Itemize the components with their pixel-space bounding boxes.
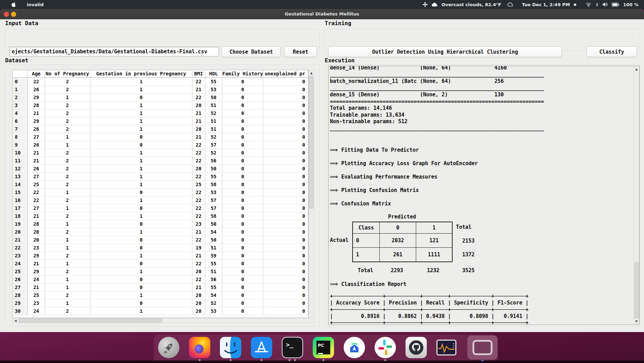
app-window: Gestational Diabetes Mellitus Input Data… [0,9,644,332]
scroll-up-arrow-icon[interactable]: ▲ [634,67,639,72]
table-row[interactable]: 182121225800 [13,212,308,220]
table-row[interactable]: 62921215100 [13,117,308,125]
apple-menu-icon[interactable] [11,1,16,8]
table-row[interactable]: 42121215200 [13,109,308,117]
log-plotting-confusion: ⟹ Plotting Confusion Matrix [330,187,419,193]
table-row[interactable]: 32821205100 [13,101,308,109]
predicted-label: Predicted [352,214,452,220]
scroll-up-arrow-icon[interactable]: ▲ [309,71,314,75]
firefox-globe [195,344,203,353]
table-row[interactable]: 172710225700 [13,204,308,212]
slack-tray-icon[interactable] [422,2,428,7]
running-indicator-dot [385,359,386,361]
scrollbar-thumb[interactable] [634,262,639,318]
log-evaluating-measures: ⟹ Evaluating Performance Measures [330,173,437,180]
table-row[interactable]: 212010225000 [13,236,308,244]
column-header[interactable]: Age [28,70,45,77]
totals-row-label: Total [352,267,379,274]
table-row[interactable]: 72621205100 [13,125,308,133]
table-row[interactable]: 232921215900 [13,252,308,259]
weather-cloud-icon [432,2,438,7]
table-row[interactable]: 12621215300 [13,85,308,93]
column-header[interactable]: Family History [222,70,263,77]
table-row[interactable]: 272110215500 [13,283,308,291]
dock-icon-slack[interactable] [375,337,396,358]
dock-icon-launchpad[interactable] [158,337,179,358]
scroll-left-arrow-icon[interactable]: ◀ [13,318,18,323]
rocket-icon [163,341,175,354]
outlier-detection-button[interactable]: Outlier Detection Using Hierarchical Clu… [328,46,562,57]
battery-icon[interactable] [612,2,619,7]
table-row[interactable]: 162221225700 [13,196,308,204]
title-bar[interactable]: Gestational Diabetes Mellitus [0,9,644,19]
table-row[interactable]: 122621205000 [13,164,308,172]
dock-icon-app-store[interactable] [251,337,272,358]
column-header[interactable]: BMI [192,70,205,77]
column-header[interactable]: unexplained pr [263,70,308,77]
table-row[interactable]: 102121225200 [13,149,308,157]
execution-section-label: Execution [325,57,355,64]
scrollbar-thumb[interactable] [19,319,162,322]
execution-vertical-scrollbar[interactable]: ▲ ▼ [634,66,639,324]
running-indicator-dot [289,359,290,361]
table-row[interactable]: 202021215400 [13,228,308,236]
dock-active-app[interactable] [467,335,498,360]
wifi-icon[interactable] [586,2,591,7]
dock-icon-terminal[interactable]: >_ [282,337,303,358]
table-row[interactable]: 82710215200 [13,133,308,141]
table-row[interactable]: 02221225500 [13,77,308,85]
scroll-down-arrow-icon[interactable]: ▼ [634,319,639,324]
column-header[interactable]: Gestation in previous Pregnancy [90,70,192,77]
clock[interactable]: Tue Dec 1, 2:49 PM [522,2,570,7]
choose-dataset-button[interactable]: Choose Dataset [222,46,281,57]
column-header[interactable]: No of Pregnancy [45,70,90,77]
menubar-app-name[interactable]: invalid [27,2,44,7]
table-row[interactable]: 22910225000 [13,93,308,101]
double-arrow-icon: ⟹ [330,187,338,193]
weather-status[interactable]: Overcast clouds, 82.4°F [442,2,501,7]
table-row[interactable]: 152210225300 [13,188,308,196]
execution-output-area[interactable]: dense_14 (Dense) (None, 64) 4160 _______… [328,66,640,325]
dataset-path-input[interactable]: ojects/Gestational_Diabetes/Data/Gestati… [9,47,219,56]
double-arrow-icon: ⟹ [330,200,338,207]
column-header[interactable] [13,70,28,77]
double-arrow-icon: ⟹ [330,173,338,180]
active-indicator-dot [482,360,484,361]
dock-icon-pycharm[interactable]: PC [313,337,334,358]
row-total-1: 1372 [462,252,475,258]
column-header[interactable]: HDL [205,70,222,77]
table-row[interactable]: 282521205400 [13,291,308,299]
scrollbar-thumb[interactable] [309,76,313,209]
reset-button[interactable]: Reset [284,46,317,57]
training-section-label: Training [325,20,351,26]
bluetooth-icon[interactable] [595,2,599,7]
dock-icon-finder[interactable] [220,337,241,358]
table-row[interactable]: 112121225600 [13,157,308,164]
window-title: Gestational Diabetes Mellitus [0,11,644,17]
cloud-outline-icon[interactable] [507,2,513,7]
volume-icon[interactable] [602,2,608,7]
dataset-vertical-scrollbar[interactable]: ▲ [309,70,314,318]
table-row[interactable]: 262410225600 [13,275,308,283]
dock-icon-github[interactable] [406,337,427,358]
table-header-row[interactable]: AgeNo of PregnancyGestation in previous … [13,70,308,77]
double-arrow-icon: ⟹ [330,160,338,167]
dock-icon-android-studio[interactable] [344,337,365,358]
dock: >_ PC [154,334,498,361]
table-row[interactable]: 252921205100 [13,267,308,275]
table-row[interactable]: 132721225500 [13,172,308,180]
table-row[interactable]: 302421205300 [13,307,308,315]
table-row[interactable]: 292310205200 [13,299,308,307]
table-row[interactable]: 192810235000 [13,220,308,228]
dataset-table[interactable]: AgeNo of PregnancyGestation in previous … [12,70,309,318]
table-row[interactable]: 242110225500 [13,259,308,267]
table-row[interactable]: 222310195100 [13,244,308,252]
dock-icon-firefox[interactable] [189,337,210,358]
classify-button[interactable]: Classify [587,46,637,57]
table-row[interactable]: 142521255800 [13,180,308,188]
table-row[interactable]: 92610225700 [13,141,308,149]
log-classification-report: ⟹ Classification Report [330,281,407,287]
dataset-horizontal-scrollbar[interactable]: ◀ [12,318,314,323]
dock-icon-system-monitor[interactable] [436,337,458,358]
totals-predicted-1: 1232 [415,267,451,274]
